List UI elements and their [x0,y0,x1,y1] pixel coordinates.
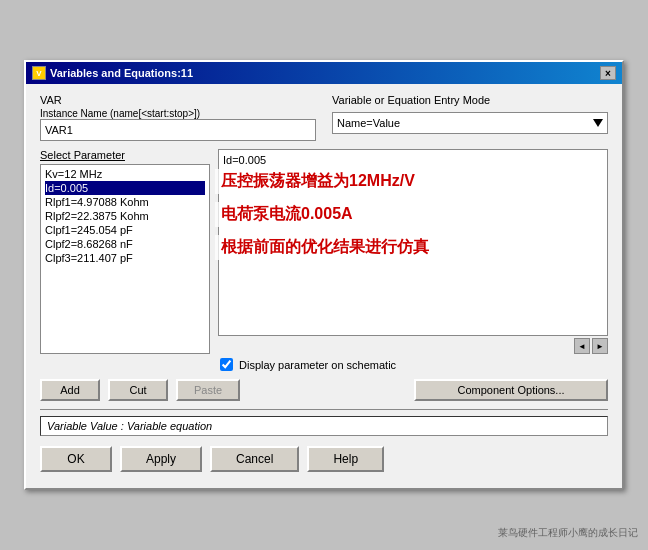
scroll-right-btn[interactable]: ► [592,338,608,354]
component-options-button[interactable]: Component Options... [414,379,608,401]
param-item-rlpf1[interactable]: Rlpf1=4.97088 Kohm [45,195,205,209]
param-item-clpf3[interactable]: Clpf3=211.407 pF [45,251,205,265]
instance-name-input[interactable] [40,119,316,141]
dialog-icon: V [32,66,46,80]
close-button[interactable]: × [600,66,616,80]
entry-mode-panel: Variable or Equation Entry Mode Name=Val… [332,94,608,141]
var-panel: VAR Instance Name (name[<start:stop>]) [40,94,316,141]
action-buttons-row: Add Cut Paste Component Options... [40,379,608,401]
apply-button[interactable]: Apply [120,446,202,472]
bottom-buttons: OK Apply Cancel Help [40,446,608,478]
add-button[interactable]: Add [40,379,100,401]
param-item-kv[interactable]: Kv=12 MHz [45,167,205,181]
dialog-body: VAR Instance Name (name[<start:stop>]) V… [26,84,622,488]
paste-button[interactable]: Paste [176,379,240,401]
cancel-button[interactable]: Cancel [210,446,299,472]
separator [40,409,608,410]
checkbox-row: Display parameter on schematic [40,358,608,371]
instance-name-label: Instance Name (name[<start:stop>]) [40,108,316,119]
param-item-id[interactable]: Id=0.005 [45,181,205,195]
title-bar: V Variables and Equations:11 × [26,62,622,84]
middle-section: Select Parameter Kv=12 MHz Id=0.005 Rlpf… [40,149,608,354]
title-bar-left: V Variables and Equations:11 [32,66,193,80]
help-button[interactable]: Help [307,446,384,472]
ok-button[interactable]: OK [40,446,112,472]
display-param-label: Display parameter on schematic [239,359,396,371]
entry-mode-label: Variable or Equation Entry Mode [332,94,608,106]
scroll-left-btn[interactable]: ◄ [574,338,590,354]
entry-mode-select[interactable]: Name=Value Equation [332,112,608,134]
equation-panel: Id=0.005 ◄ ► [218,149,608,354]
watermark: 莱鸟硬件工程师小鹰的成长日记 [498,526,638,540]
status-bar: Variable Value : Variable equation [40,416,608,436]
param-item-clpf2[interactable]: Clpf2=8.68268 nF [45,237,205,251]
select-parameter-label: Select Parameter [40,149,210,161]
status-text: Variable Value : Variable equation [47,420,212,432]
dialog-title: Variables and Equations:11 [50,67,193,79]
equation-textarea[interactable]: Id=0.005 [218,149,608,336]
display-param-checkbox[interactable] [220,358,233,371]
params-list[interactable]: Kv=12 MHz Id=0.005 Rlpf1=4.97088 Kohm Rl… [40,164,210,354]
var-label: VAR [40,94,316,106]
cut-button[interactable]: Cut [108,379,168,401]
params-panel: Select Parameter Kv=12 MHz Id=0.005 Rlpf… [40,149,210,354]
top-section: VAR Instance Name (name[<start:stop>]) V… [40,94,608,141]
param-item-clpf1[interactable]: Clpf1=245.054 pF [45,223,205,237]
param-item-rlpf2[interactable]: Rlpf2=22.3875 Kohm [45,209,205,223]
main-dialog: V Variables and Equations:11 × VAR Insta… [24,60,624,490]
